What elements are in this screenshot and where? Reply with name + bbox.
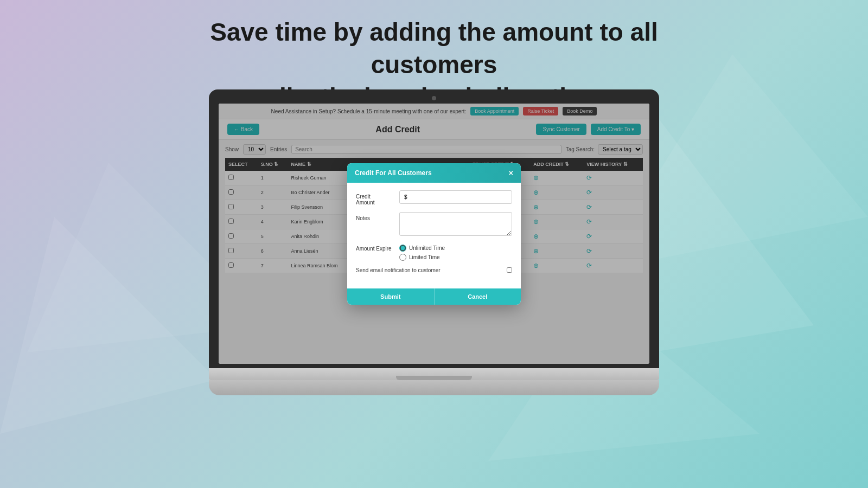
credit-modal: Credit For All Customers × CreditAmount … <box>347 163 521 305</box>
modal-body: CreditAmount Notes Amount Expire <box>347 183 521 288</box>
submit-button[interactable]: Submit <box>347 288 434 305</box>
modal-title: Credit For All Customers <box>355 169 432 177</box>
screen-content: Need Assistance in Setup? Schedule a 15-… <box>219 104 649 364</box>
limited-time-label: Limited Time <box>409 254 440 260</box>
modal-close-button[interactable]: × <box>509 169 513 177</box>
modal-footer: Submit Cancel <box>347 288 521 305</box>
laptop: Need Assistance in Setup? Schedule a 15-… <box>209 89 659 395</box>
unlimited-time-radio[interactable] <box>399 245 406 252</box>
notes-textarea[interactable] <box>399 212 512 236</box>
amount-expire-row: Amount Expire Unlimited Time Limited Tim… <box>356 242 512 261</box>
notes-label: Notes <box>356 212 394 221</box>
cancel-button[interactable]: Cancel <box>434 288 521 305</box>
unlimited-time-option[interactable]: Unlimited Time <box>399 245 445 252</box>
unlimited-time-label: Unlimited Time <box>409 245 445 251</box>
limited-time-option[interactable]: Limited Time <box>399 254 445 261</box>
laptop-screen: Need Assistance in Setup? Schedule a 15-… <box>219 104 649 364</box>
hero-line1: Save time by adding the amount to all cu… <box>210 18 658 79</box>
modal-header: Credit For All Customers × <box>347 163 521 183</box>
laptop-body: Need Assistance in Setup? Schedule a 15-… <box>209 89 659 368</box>
notes-row: Notes <box>356 212 512 236</box>
credit-amount-row: CreditAmount <box>356 190 512 206</box>
email-notify-label: Send email notification to customer <box>356 267 441 273</box>
laptop-stand <box>209 380 659 395</box>
credit-amount-input[interactable] <box>399 190 512 204</box>
modal-overlay: Credit For All Customers × CreditAmount … <box>219 104 649 364</box>
svg-marker-2 <box>0 217 217 434</box>
amount-expire-label: Amount Expire <box>356 242 394 252</box>
email-notify-checkbox[interactable] <box>507 267 512 273</box>
laptop-base <box>209 368 659 380</box>
limited-time-radio[interactable] <box>399 254 406 261</box>
credit-amount-label: CreditAmount <box>356 190 394 206</box>
expire-radio-group: Unlimited Time Limited Time <box>399 242 445 261</box>
email-notify-row: Send email notification to customer <box>356 267 512 273</box>
laptop-camera <box>432 96 436 100</box>
